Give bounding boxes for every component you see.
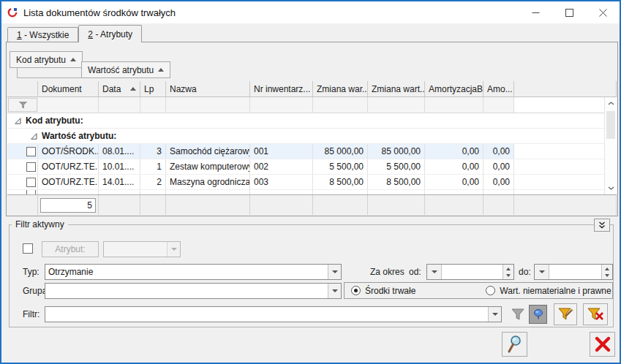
pin-button[interactable]: [529, 305, 547, 324]
filter-funnel-button[interactable]: [508, 305, 527, 324]
row-checkbox[interactable]: [26, 178, 36, 187]
pin-icon: [532, 308, 544, 320]
filter-cell-amo[interactable]: [483, 97, 514, 113]
cell-zmiana-1: 8 500,00: [313, 175, 368, 189]
chevron-down-icon: [492, 313, 498, 319]
window: Lista dokumentów środków trwałych 1 - Ws…: [0, 0, 621, 364]
table-row[interactable]: OOT/URZ.TE... 14.01.... 2 Maszyna ogrodn…: [7, 175, 617, 190]
grupa-select[interactable]: [45, 283, 342, 299]
filter-panel-legend: Filtr aktywny: [12, 219, 68, 230]
dropdown-button[interactable]: [488, 307, 501, 322]
minimize-icon: [532, 9, 540, 17]
do-date-spinner[interactable]: [601, 265, 612, 279]
radio-srodki-trwale[interactable]: Środki trwałe: [351, 286, 415, 296]
cell-zmiana-2: 8 500,00: [368, 175, 425, 189]
row-checkbox[interactable]: [26, 162, 36, 172]
triangle-up-icon: [605, 265, 609, 270]
dropdown-button[interactable]: [167, 242, 180, 257]
od-date-field[interactable]: [426, 264, 514, 280]
filter-builder-button[interactable]: [554, 303, 577, 325]
filter-row-funnel-button[interactable]: [8, 98, 37, 112]
row-cell-selector: [7, 144, 38, 159]
filter-cell-dokument[interactable]: [38, 97, 99, 113]
column-header-zmiana-wartosci-1[interactable]: Zmiana war...: [313, 81, 368, 96]
sort-asc-icon: [130, 87, 136, 91]
filter-cell-zmiana-2[interactable]: [368, 97, 425, 113]
column-header-nazwa[interactable]: Nazwa: [166, 81, 250, 96]
group-row-wartosc-atrybutu[interactable]: Wartość atrybutu:: [7, 129, 617, 144]
scrollbar-thumb[interactable]: [606, 111, 615, 139]
search-button[interactable]: [502, 332, 527, 357]
vertical-scrollbar[interactable]: [604, 97, 617, 194]
od-date-spinner[interactable]: [503, 265, 513, 279]
radio-wart-niematerialne[interactable]: Wart. niematerialne i prawne: [486, 286, 611, 296]
minimize-button[interactable]: [519, 1, 552, 23]
close-action-button[interactable]: [590, 332, 615, 357]
red-x-icon: [594, 335, 611, 353]
attribute-select[interactable]: [103, 241, 181, 257]
close-icon: [599, 9, 607, 17]
column-header-dokument[interactable]: Dokument: [38, 81, 99, 96]
do-date-field[interactable]: [534, 264, 613, 280]
typ-select[interactable]: Otrzymanie: [45, 264, 342, 280]
filter-cell-amortyzacja-b[interactable]: [425, 97, 483, 113]
maximize-button[interactable]: [552, 1, 586, 23]
dropdown-button[interactable]: [328, 265, 341, 279]
filter-clear-button[interactable]: [583, 303, 608, 325]
od-date-value[interactable]: [442, 265, 503, 279]
cell-data: 08.01....: [99, 144, 140, 159]
title-bar: Lista dokumentów środków trwałych: [1, 1, 620, 23]
collapse-filter-button[interactable]: [594, 219, 610, 232]
spin-down-button[interactable]: [602, 272, 612, 279]
table-row[interactable]: OOT/URZ.TE... 10.01.... 1 Zestaw kompute…: [7, 159, 617, 175]
group-button-kod-atrybutu[interactable]: Kod atrybutu: [10, 51, 83, 68]
do-date-dropdown[interactable]: [535, 265, 549, 279]
od-date-dropdown[interactable]: [427, 265, 442, 279]
column-header-zmiana-wartosci-2[interactable]: Zmiana wart...: [368, 81, 425, 96]
cell-nazwa: Zestaw komputerowy: [166, 159, 250, 174]
chevron-down-icon: [332, 289, 338, 295]
spin-up-button[interactable]: [602, 265, 612, 272]
tab-page-panel: Kod atrybutu Wartość atrybutu Dokument D…: [6, 42, 618, 216]
filter-cell-nr-inwentarzowy[interactable]: [250, 97, 313, 113]
cell-dokument: OOT/URZ.TE...: [38, 159, 99, 174]
attribute-checkbox[interactable]: [23, 243, 33, 254]
spin-down-button[interactable]: [503, 272, 513, 279]
tab-wszystkie[interactable]: 1 - Wszystkie: [7, 27, 78, 42]
column-header-nr-inwentarzowy[interactable]: Nr inwentarz...: [250, 81, 313, 96]
window-title: Lista dokumentów środków trwałych: [23, 7, 176, 18]
filtr-select[interactable]: [45, 306, 502, 322]
cell-filler: [514, 144, 617, 159]
close-button[interactable]: [586, 1, 620, 23]
row-checkbox[interactable]: [26, 190, 36, 194]
column-header-selector[interactable]: [7, 81, 38, 96]
cell-filler: [514, 175, 617, 189]
column-header-lp[interactable]: Lp: [140, 81, 166, 96]
group-button-wartosc-atrybutu[interactable]: Wartość atrybutu: [81, 61, 170, 78]
do-date-value[interactable]: [549, 265, 601, 279]
scroll-up-button[interactable]: [605, 97, 617, 110]
group-connector: [17, 68, 18, 77]
tab-atrybuty[interactable]: 2 - Atrybuty: [78, 25, 142, 42]
cell-dokument: OOT/URZ.TE...: [38, 175, 99, 189]
cell-lp: 3: [140, 144, 166, 159]
filter-cell-zmiana-1[interactable]: [313, 97, 368, 113]
filter-cell-data[interactable]: [99, 97, 140, 113]
column-header-data[interactable]: Data: [99, 81, 140, 96]
table-row[interactable]: OOT/ŚRODK... 08.01.... 3 Samochód ciężar…: [7, 144, 617, 159]
attribute-button[interactable]: Atrybut:: [42, 241, 99, 257]
filter-cell-lp[interactable]: [140, 97, 166, 113]
filter-cell-nazwa[interactable]: [166, 97, 250, 113]
scroll-down-button[interactable]: [605, 182, 617, 194]
dropdown-button[interactable]: [328, 284, 341, 298]
filter-cell-filler: [514, 97, 617, 113]
row-checkbox[interactable]: [26, 147, 36, 156]
cell-filler: [514, 159, 617, 174]
filtr-label: Filtr:: [23, 309, 39, 319]
column-header-amo[interactable]: Amo...: [483, 81, 514, 96]
table-row-partial[interactable]: [7, 190, 617, 194]
column-header-amortyzacja-b[interactable]: AmortyzacjaB: [425, 81, 483, 96]
group-row-kod-atrybutu[interactable]: Kod atrybutu:: [7, 113, 617, 129]
magnifier-icon: [506, 335, 524, 354]
spin-up-button[interactable]: [503, 265, 513, 272]
